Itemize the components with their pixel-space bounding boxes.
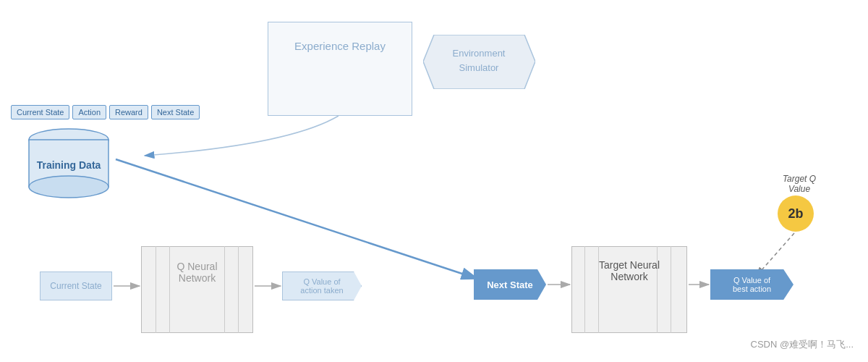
q-value-action-box: Q Value of action taken [282, 272, 362, 300]
svg-text:Simulator: Simulator [459, 62, 500, 73]
env-sim-svg: Environment Simulator [423, 35, 535, 89]
badge-2b: 2b [778, 195, 814, 232]
header-reward: Reward [109, 105, 148, 119]
current-state-box: Current State [40, 272, 112, 300]
experience-replay-box [268, 22, 412, 116]
svg-text:Environment: Environment [453, 48, 506, 59]
training-header: Current State Action Reward Next State [11, 105, 200, 119]
q-best-action-box: Q Value of best action [710, 269, 793, 300]
experience-replay-label: Experience Replay [268, 40, 412, 52]
header-action: Action [72, 105, 106, 119]
header-current-state: Current State [11, 105, 69, 119]
diagram-container: Experience Replay Environment Simulator … [0, 0, 868, 362]
header-next-state: Next State [151, 105, 200, 119]
next-state-box: Next State [474, 269, 546, 300]
q-nn-inner-line-right [224, 246, 239, 333]
q-nn-inner-line-left [156, 246, 170, 333]
training-data-svg: Training Data [22, 127, 116, 199]
target-nn-label: Target Neural Network [579, 259, 680, 282]
svg-point-14 [29, 176, 109, 198]
svg-text:Training Data: Training Data [37, 159, 101, 171]
q-nn-label: Q Neural Network [148, 261, 246, 284]
target-q-label: Target Q Value [778, 174, 821, 194]
watermark-label: CSDN @难受啊！马飞... [751, 338, 854, 351]
